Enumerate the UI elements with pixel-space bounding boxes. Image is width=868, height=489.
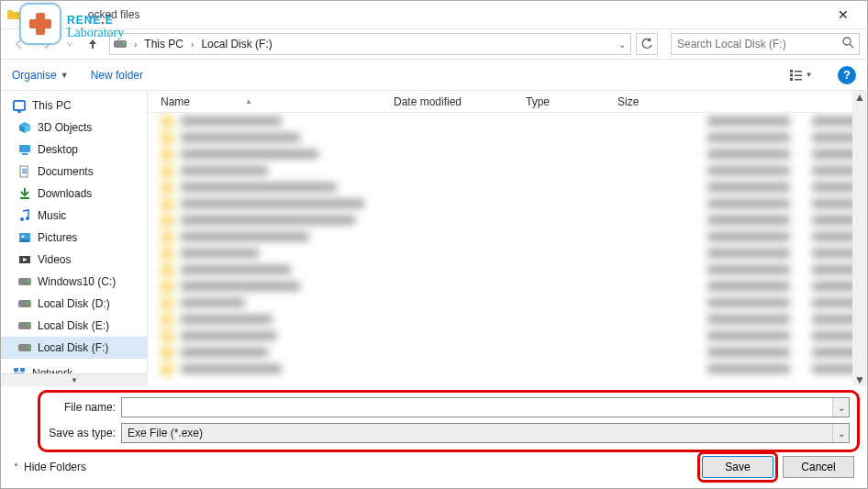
scroll-down-icon[interactable]: ▼ bbox=[854, 373, 865, 386]
list-item bbox=[148, 361, 867, 377]
tree-item-local-disk-d-[interactable]: Local Disk (D:) bbox=[1, 293, 147, 315]
svg-rect-7 bbox=[795, 71, 802, 72]
list-item bbox=[148, 179, 867, 195]
nav-up-button[interactable] bbox=[82, 33, 104, 55]
svg-point-17 bbox=[20, 217, 24, 221]
tree-label: This PC bbox=[32, 99, 72, 112]
nav-recent-dropdown[interactable] bbox=[63, 33, 76, 55]
chevron-down-icon[interactable]: ⌄ bbox=[832, 424, 849, 442]
svg-rect-11 bbox=[22, 153, 28, 155]
drive-icon bbox=[110, 40, 130, 48]
col-size[interactable]: Size bbox=[618, 91, 691, 112]
tree-item-desktop[interactable]: Desktop bbox=[1, 139, 147, 161]
nav-bar: › This PC › Local Disk (F:) ⌄ bbox=[1, 28, 867, 60]
saveastype-value: Exe File (*.exe) bbox=[122, 427, 832, 439]
filename-input[interactable] bbox=[122, 401, 832, 414]
list-item bbox=[148, 195, 867, 212]
svg-rect-10 bbox=[19, 145, 30, 152]
list-item bbox=[148, 228, 867, 245]
cube-icon bbox=[17, 120, 32, 135]
svg-rect-14 bbox=[22, 171, 27, 172]
file-list-pane: Name▲ Date modified Type Size ▲▼ bbox=[148, 91, 867, 386]
cancel-button[interactable]: Cancel bbox=[783, 456, 854, 478]
list-item bbox=[148, 129, 867, 146]
tree-item-documents[interactable]: Documents bbox=[1, 161, 147, 183]
app-icon bbox=[6, 7, 21, 22]
tree-item-music[interactable]: Music bbox=[1, 205, 147, 227]
refresh-button[interactable] bbox=[636, 33, 658, 55]
close-button[interactable]: ✕ bbox=[825, 1, 862, 28]
organise-menu[interactable]: Organise ▼ bbox=[12, 69, 69, 82]
chevron-down-icon: ▼ bbox=[61, 71, 69, 80]
address-bar[interactable]: › This PC › Local Disk (F:) ⌄ bbox=[109, 33, 631, 55]
address-dropdown-icon[interactable]: ⌄ bbox=[614, 39, 630, 50]
save-fields-highlight: File name: ⌄ Save as type: Exe File (*.e… bbox=[38, 390, 860, 452]
music-icon bbox=[17, 208, 32, 223]
help-button[interactable]: ? bbox=[838, 66, 856, 84]
tree-scroll-down[interactable]: ▼ bbox=[1, 373, 148, 386]
list-item bbox=[148, 295, 867, 311]
col-type[interactable]: Type bbox=[526, 91, 618, 112]
list-item bbox=[148, 113, 867, 129]
chevron-up-icon: ˄ bbox=[14, 462, 18, 472]
drive-icon bbox=[17, 340, 32, 355]
title-bar: Save the unlocked files ✕ bbox=[1, 1, 867, 28]
sort-asc-icon: ▲ bbox=[245, 97, 252, 106]
save-button[interactable]: Save bbox=[702, 456, 773, 478]
tree-item-videos[interactable]: Videos bbox=[1, 249, 147, 271]
this-pc-icon bbox=[12, 98, 27, 113]
svg-rect-15 bbox=[22, 172, 27, 173]
search-icon[interactable] bbox=[837, 37, 859, 51]
svg-rect-6 bbox=[790, 78, 793, 81]
tree-item-downloads[interactable]: Downloads bbox=[1, 183, 147, 205]
file-list-blurred bbox=[148, 113, 867, 386]
tree-label: Local Disk (F:) bbox=[38, 341, 108, 354]
list-item bbox=[148, 245, 867, 261]
tree-label: Documents bbox=[38, 165, 94, 178]
list-item bbox=[148, 212, 867, 228]
breadcrumb-this-pc[interactable]: This PC bbox=[140, 38, 187, 50]
search-box[interactable] bbox=[671, 33, 860, 55]
list-scrollbar[interactable]: ▲▼ bbox=[852, 91, 867, 386]
hide-folders-button[interactable]: ˄ Hide Folders bbox=[14, 461, 86, 473]
filename-combo[interactable]: ⌄ bbox=[121, 397, 850, 417]
new-folder-button[interactable]: New folder bbox=[91, 69, 143, 82]
tree-item-local-disk-e-[interactable]: Local Disk (E:) bbox=[1, 315, 147, 337]
breadcrumb-sep-icon: › bbox=[187, 39, 197, 50]
svg-rect-9 bbox=[795, 79, 802, 81]
view-options-button[interactable]: ▼ bbox=[786, 64, 816, 86]
drive-icon bbox=[17, 296, 32, 311]
tree-label: Pictures bbox=[38, 231, 77, 244]
tree-item-windows10-c-[interactable]: Windows10 (C:) bbox=[1, 271, 147, 293]
tree-label: 3D Objects bbox=[38, 121, 92, 134]
list-item bbox=[148, 311, 867, 328]
bottom-bar: ˄ Hide Folders Save Cancel bbox=[1, 446, 867, 488]
breadcrumb-sep-icon: › bbox=[130, 39, 140, 50]
svg-rect-8 bbox=[795, 74, 802, 76]
scroll-up-icon[interactable]: ▲ bbox=[854, 91, 865, 104]
download-icon bbox=[17, 186, 32, 201]
breadcrumb-local-disk-f[interactable]: Local Disk (F:) bbox=[197, 38, 275, 50]
list-item bbox=[148, 162, 867, 179]
nav-back-button[interactable] bbox=[8, 33, 30, 55]
drive-icon bbox=[17, 318, 32, 333]
list-item bbox=[148, 328, 867, 344]
nav-forward-button[interactable] bbox=[36, 33, 58, 55]
doc-icon bbox=[17, 164, 32, 179]
saveastype-combo[interactable]: Exe File (*.exe) ⌄ bbox=[121, 423, 850, 443]
col-name[interactable]: Name▲ bbox=[161, 91, 394, 112]
tree-item-3d-objects[interactable]: 3D Objects bbox=[1, 117, 147, 139]
col-date[interactable]: Date modified bbox=[394, 91, 526, 112]
tree-item-local-disk-f-[interactable]: Local Disk (F:) bbox=[1, 337, 147, 359]
svg-rect-22 bbox=[14, 368, 18, 372]
list-item bbox=[148, 261, 867, 278]
desktop-icon bbox=[17, 142, 32, 157]
tree-item-pictures[interactable]: Pictures bbox=[1, 227, 147, 249]
tree-this-pc[interactable]: This PC bbox=[1, 94, 147, 117]
window-title: Save the unlocked files bbox=[27, 8, 139, 21]
list-item bbox=[148, 344, 867, 361]
svg-point-2 bbox=[843, 38, 851, 45]
search-input[interactable] bbox=[672, 38, 837, 50]
chevron-down-icon[interactable]: ⌄ bbox=[832, 398, 849, 417]
drive-icon bbox=[17, 274, 32, 289]
